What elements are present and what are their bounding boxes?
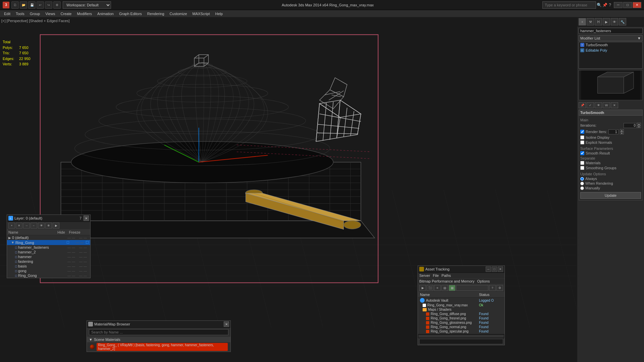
mod-active-button[interactable]: ✓ <box>587 102 594 108</box>
explicit-normals-checkbox[interactable] <box>580 140 584 144</box>
maximize-button[interactable]: □ <box>623 2 632 8</box>
render-iters-input[interactable] <box>608 129 619 134</box>
materials-checkbox[interactable] <box>580 161 584 165</box>
menu-rendering[interactable]: Rendering <box>145 11 167 16</box>
mod-world-button[interactable]: W <box>603 102 610 108</box>
layer-row-fastening[interactable]: □ fastening — — — — <box>7 259 90 264</box>
workspace-dropdown[interactable]: Workspace: Default <box>63 1 111 9</box>
asset-menu-options[interactable]: Options <box>477 279 490 283</box>
asset-restore-button[interactable]: □ <box>492 266 497 272</box>
asset-scrollbar-h[interactable] <box>418 334 504 338</box>
menu-customize[interactable]: Customize <box>167 11 190 16</box>
layers-freeze-icon[interactable]: ❄ <box>45 223 52 229</box>
layer-row-ring-gong2[interactable]: □ Ring_Gong — — — — <box>7 273 90 278</box>
asset-tool-help[interactable]: ? <box>489 285 496 291</box>
asset-tool-3[interactable]: ≡ <box>434 285 441 291</box>
asset-row-diffuse[interactable]: Ring_Gong_diffuse.png Found <box>418 312 504 316</box>
manually-radio[interactable] <box>580 186 584 190</box>
asset-tool-1[interactable]: ▶ <box>419 285 426 291</box>
layers-render-icon[interactable]: ▶ <box>53 223 59 229</box>
asset-menu-paths[interactable]: Paths <box>441 274 451 278</box>
smoothing-groups-checkbox[interactable] <box>580 166 584 170</box>
modifier-turbosmooth[interactable]: T TurboSmooth <box>579 42 642 48</box>
settings-icon[interactable]: ⚙ <box>53 1 61 9</box>
asset-row-vault[interactable]: Autodesk Vault Logged O <box>418 298 504 303</box>
iterations-input[interactable] <box>624 123 637 128</box>
asset-row-maps[interactable]: Maps / Shaders <box>418 307 504 312</box>
asset-row-fresnel[interactable]: Ring_Gong_fresnel.png Found <box>418 316 504 320</box>
tab-display[interactable]: 👁 <box>611 18 618 25</box>
mod-show-button[interactable]: 👁 <box>595 102 602 108</box>
isoline-checkbox[interactable] <box>580 135 584 139</box>
layers-toggle-icon[interactable]: 👁 <box>38 223 45 229</box>
new-icon[interactable]: 🗋 <box>11 1 19 9</box>
layers-remove-icon[interactable]: ← <box>31 223 37 229</box>
turbosmooth-header[interactable]: TurboSmooth <box>579 110 643 116</box>
layer-row-hammer-fasteners[interactable]: □ hammer_fasteners — — — — <box>7 245 90 250</box>
asset-tool-5[interactable]: ▦ <box>449 285 455 291</box>
layer-row-default[interactable]: ▶ 0 (default) — — — — <box>7 235 90 240</box>
asset-menu-bitmap[interactable]: Bitmap Performance and Memory <box>419 279 474 283</box>
menu-tools[interactable]: Tools <box>13 11 27 16</box>
tab-create[interactable]: + <box>579 18 586 25</box>
asset-row-max[interactable]: Ring_Gong_max_vray.max Ok <box>418 303 504 307</box>
menu-modifiers[interactable]: Modifiers <box>74 11 95 16</box>
update-button[interactable]: Update <box>580 192 641 199</box>
smooth-result-checkbox[interactable] <box>580 151 584 155</box>
menu-help[interactable]: Help <box>213 11 226 16</box>
layers-new-icon[interactable]: + <box>8 223 15 229</box>
asset-path-input[interactable] <box>419 339 503 344</box>
asset-menu-server[interactable]: Server <box>419 274 430 278</box>
render-iters-up-button[interactable]: ▲ <box>620 129 624 132</box>
layers-delete-icon[interactable]: ✕ <box>16 223 22 229</box>
save-icon[interactable]: 💾 <box>28 1 36 9</box>
tab-hierarchy[interactable]: H <box>595 18 602 25</box>
search-input[interactable] <box>542 1 596 9</box>
scene-materials-header[interactable]: ▼ Scene Materials <box>87 337 230 342</box>
asset-row-glossiness[interactable]: Ring_Gong_glossiness.png Found <box>418 320 504 325</box>
render-iters-checkbox[interactable] <box>580 130 584 134</box>
layer-row-hammer[interactable]: □ hammer — — — — <box>7 254 90 259</box>
modifier-editable-poly[interactable]: E Editable Poly <box>579 48 642 53</box>
asset-scrollbar-track[interactable] <box>419 335 504 338</box>
mat-item-ring-gong[interactable]: Ring_Gong_ ( VRayMtl ) [basis, fastening… <box>87 342 230 352</box>
pin-icon[interactable]: 📌 <box>602 3 607 7</box>
menu-edit[interactable]: Edit <box>1 11 13 16</box>
tab-motion[interactable]: ▶ <box>603 18 610 25</box>
viewport[interactable]: [+] [Perspective] [Shaded + Edged Faces]… <box>0 17 577 362</box>
menu-views[interactable]: Views <box>43 11 58 16</box>
search-icon[interactable]: 🔍 <box>597 3 602 7</box>
menu-animation[interactable]: Animation <box>95 11 116 16</box>
layer-row-gong[interactable]: □ gong — — — — <box>7 268 90 273</box>
when-rendering-radio[interactable] <box>580 182 584 185</box>
asset-minimize-button[interactable]: ─ <box>486 266 491 272</box>
asset-row-specular[interactable]: Ring_Gong_specular.png Found <box>418 329 504 334</box>
close-button[interactable]: ✕ <box>633 2 641 8</box>
render-iters-down-button[interactable]: ▼ <box>620 132 624 134</box>
mat-titlebar[interactable]: Material/Map Browser ✕ <box>87 321 230 328</box>
asset-tool-settings[interactable]: ⚙ <box>496 285 503 291</box>
mat-close-button[interactable]: ✕ <box>224 321 229 327</box>
asset-close-button[interactable]: ✕ <box>498 266 503 272</box>
undo-icon[interactable]: ↩ <box>37 1 44 9</box>
mod-delete-button[interactable]: ✕ <box>611 102 618 108</box>
asset-menu-file[interactable]: File <box>433 274 439 278</box>
menu-graph-editors[interactable]: Graph Editors <box>116 11 145 16</box>
iterations-up-button[interactable]: ▲ <box>637 123 641 125</box>
layer-row-hammer2[interactable]: □ hammer_2 — — — — <box>7 250 90 254</box>
mod-pin-button[interactable]: 📌 <box>579 102 586 108</box>
asset-tool-2[interactable]: ⬛ <box>427 285 433 291</box>
tab-modify[interactable]: ⚒ <box>587 18 594 25</box>
minimize-button[interactable]: ─ <box>614 2 623 8</box>
iterations-down-button[interactable]: ▼ <box>637 125 641 128</box>
object-name-input[interactable] <box>579 28 643 34</box>
layers-close-button[interactable]: ✕ <box>84 216 89 221</box>
layer-row-ring-gong[interactable]: ▼ Ring_Gong ☐ — — ☐ <box>7 240 90 245</box>
menu-group[interactable]: Group <box>27 11 43 16</box>
menu-maxscript[interactable]: MAXScript <box>190 11 213 16</box>
always-radio[interactable] <box>580 177 584 181</box>
redo-icon[interactable]: ↪ <box>45 1 52 9</box>
menu-create[interactable]: Create <box>58 11 74 16</box>
tab-utilities[interactable]: 🔧 <box>619 18 626 25</box>
help-icon[interactable]: ? <box>609 3 611 7</box>
